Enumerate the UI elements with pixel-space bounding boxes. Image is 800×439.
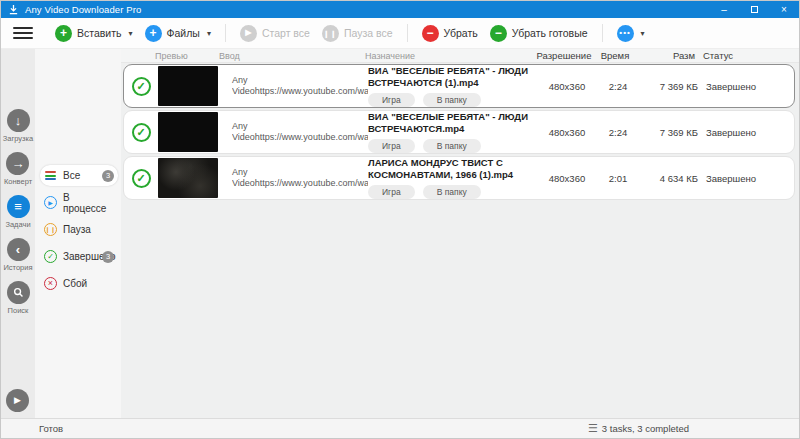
filter-all[interactable]: Все 3 — [40, 165, 118, 186]
app-download-icon — [7, 4, 19, 16]
video-thumbnail[interactable] — [158, 66, 218, 106]
insert-button[interactable]: + Вставить ▾ — [49, 21, 139, 46]
insert-button-label: Вставить — [77, 27, 122, 39]
completed-check-icon: ✓ — [132, 77, 151, 96]
filter-completed-badge: 3 — [102, 251, 114, 263]
status-ready-text: Готов — [39, 423, 63, 434]
play-file-button[interactable]: Игра — [368, 93, 415, 108]
col-header-destination[interactable]: Назначение — [365, 51, 535, 61]
col-header-input[interactable]: Ввод — [219, 51, 365, 61]
start-all-label: Старт все — [262, 27, 310, 39]
status-value: Завершено — [698, 81, 788, 92]
table-row[interactable]: ✓ Any Videohttps://www.youtube.com/watch… — [123, 156, 795, 200]
search-icon — [7, 281, 30, 304]
table-row[interactable]: ✓ Any Videohttps://www.youtube.com/watch… — [123, 64, 795, 108]
toolbar-separator — [225, 24, 226, 42]
col-header-preview[interactable]: Превью — [155, 51, 219, 61]
chevron-down-icon[interactable]: ▾ — [129, 29, 133, 38]
destination-cell: ВИА "ВЕСЕЛЫЕ РЕБЯТА" - ЛЮДИ ВСТРЕЧАЮТСЯ … — [368, 65, 538, 107]
filter-label: В процессе — [63, 192, 114, 214]
pause-icon: ❙❙ — [44, 223, 57, 236]
start-all-button[interactable]: ▶ Старт все — [234, 21, 316, 46]
col-header-status[interactable]: Статус — [695, 50, 791, 61]
toolbar: + Вставить ▾ + Файлы ▾ ▶ Старт все ❙❙ Па… — [1, 18, 799, 49]
destination-cell: ЛАРИСА МОНДРУС ТВИСТ С КОСМОНАВТАМИ, 196… — [368, 157, 538, 199]
tasks-icon: ≡ — [7, 195, 30, 218]
menu-hamburger-icon[interactable] — [13, 24, 33, 42]
filter-in-progress[interactable]: ▶ В процессе — [40, 192, 118, 213]
minimize-button[interactable]: – — [709, 1, 739, 18]
pause-all-button[interactable]: ❙❙ Пауза все — [316, 21, 399, 46]
completed-check-icon: ✓ — [132, 169, 151, 188]
play-file-button[interactable]: Игра — [368, 185, 415, 200]
destination-filename: ВИА "ВЕСЕЛЫЕ РЕБЯТА" - ЛЮДИ ВСТРЕЧАЮТСЯ.… — [368, 111, 538, 135]
convert-icon: → — [6, 152, 29, 175]
toolbar-separator — [407, 24, 408, 42]
files-button[interactable]: + Файлы ▾ — [139, 21, 217, 46]
remove-button[interactable]: − Убрать — [416, 21, 484, 46]
sidebar-label: Задачи — [5, 220, 30, 229]
maximize-button[interactable] — [739, 1, 769, 18]
sidebar-item-history[interactable]: ‹ История — [3, 238, 32, 272]
time-value: 2:24 — [596, 81, 640, 92]
open-folder-button[interactable]: В папку — [423, 185, 481, 200]
sidebar-item-search[interactable]: Поиск — [7, 281, 30, 315]
task-count-text: 3 tasks, 3 completed — [602, 423, 689, 434]
more-icon: ••• — [617, 25, 634, 42]
remove-done-button[interactable]: − Убрать готовые — [484, 21, 594, 46]
col-header-time[interactable]: Время — [593, 50, 637, 61]
filter-completed[interactable]: ✓ Завершено 3 — [40, 246, 118, 267]
sidebar-label: История — [3, 263, 32, 272]
filter-failed[interactable]: × Сбой — [40, 273, 118, 294]
sidebar-item-download[interactable]: ↓ Загрузка — [3, 109, 33, 143]
plus-icon: + — [55, 25, 72, 42]
history-icon: ‹ — [7, 238, 30, 261]
filter-label: Пауза — [63, 224, 91, 235]
destination-filename: ВИА "ВЕСЕЛЫЕ РЕБЯТА" - ЛЮДИ ВСТРЕЧАЮТСЯ … — [368, 65, 538, 89]
close-button[interactable]: × — [769, 1, 799, 18]
filter-all-badge: 3 — [102, 170, 114, 182]
chevron-down-icon[interactable]: ▾ — [207, 29, 211, 38]
chevron-down-icon[interactable]: ▾ — [641, 29, 645, 38]
files-button-label: Файлы — [167, 27, 200, 39]
remove-button-label: Убрать — [444, 27, 478, 39]
video-thumbnail[interactable] — [158, 112, 218, 152]
list-icon: ☰ — [588, 422, 598, 435]
sidebar-item-tasks[interactable]: ≡ Задачи — [5, 195, 30, 229]
filter-label: Все — [63, 170, 80, 181]
input-source: Any Videohttps://www.youtube.com/watch?v… — [222, 167, 368, 190]
statusbar: Готов ☰ 3 tasks, 3 completed — [1, 418, 799, 438]
resolution-value: 480x360 — [538, 127, 596, 138]
table-row[interactable]: ✓ Any Videohttps://www.youtube.com/watch… — [123, 110, 795, 154]
pause-all-label: Пауза все — [344, 27, 393, 39]
toolbar-separator — [602, 24, 603, 42]
task-table: Превью Ввод Назначение Разрешение Время … — [121, 49, 799, 418]
status-value: Завершено — [698, 127, 788, 138]
plus-icon: + — [145, 25, 162, 42]
status-task-summary: ☰ 3 tasks, 3 completed — [588, 422, 689, 435]
col-header-resolution[interactable]: Разрешение — [535, 50, 593, 61]
play-file-button[interactable]: Игра — [368, 139, 415, 154]
sidebar-item-convert[interactable]: → Конверт — [4, 152, 32, 186]
time-value: 2:01 — [596, 173, 640, 184]
in-progress-play-icon: ▶ — [44, 196, 57, 209]
table-header-row: Превью Ввод Назначение Разрешение Время … — [121, 49, 799, 63]
resolution-value: 480x360 — [538, 81, 596, 92]
video-thumbnail[interactable] — [158, 158, 218, 198]
sidebar-label: Конверт — [4, 177, 32, 186]
more-options-button[interactable]: ••• ▾ — [611, 21, 651, 46]
time-value: 2:24 — [596, 127, 640, 138]
sidebar-play-button[interactable]: ▶ — [6, 389, 29, 412]
completed-check-icon: ✓ — [132, 123, 151, 142]
col-header-size[interactable]: Разм — [637, 50, 695, 61]
destination-filename: ЛАРИСА МОНДРУС ТВИСТ С КОСМОНАВТАМИ, 196… — [368, 157, 538, 181]
window-title: Any Video Downloader Pro — [25, 4, 141, 15]
minus-icon: − — [490, 25, 507, 42]
all-list-icon — [44, 170, 57, 181]
filter-label: Сбой — [63, 278, 87, 289]
open-folder-button[interactable]: В папку — [423, 139, 481, 154]
filter-paused[interactable]: ❙❙ Пауза — [40, 219, 118, 240]
titlebar: Any Video Downloader Pro – × — [1, 1, 799, 18]
open-folder-button[interactable]: В папку — [423, 93, 481, 108]
app-window: Any Video Downloader Pro – × + Вставить … — [0, 0, 800, 439]
